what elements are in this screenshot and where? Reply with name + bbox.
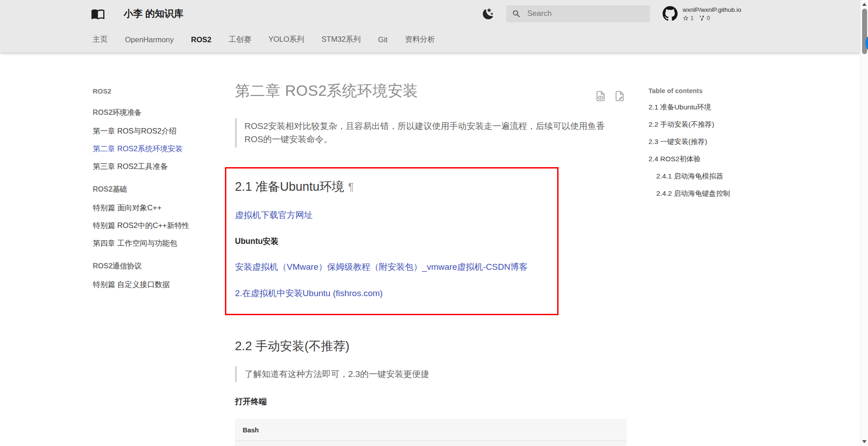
code-block-lang-label: Bash — [235, 419, 627, 441]
section-2-1-heading-text: 2.1 准备Ubuntu环境 — [235, 180, 344, 193]
link-vm-download[interactable]: 虚拟机下载官方网址 — [235, 209, 313, 221]
heading-anchor-pilcrow[interactable]: ¶ — [348, 181, 354, 193]
fork-count: 0 — [707, 15, 710, 21]
page-title: 第二章 ROS2系统环境安装 — [235, 81, 627, 101]
sidebar-group-title: ROS2环境准备 — [93, 108, 220, 118]
header: 小李 的知识库 wxnlP/wxnlP.github.io — [0, 0, 860, 53]
toc-item-2-3[interactable]: 2.3 一键安装(推荐) — [649, 137, 762, 147]
fork-icon — [699, 15, 705, 21]
intro-blockquote: ROS2安装相对比较复杂，且容易出错，所以建议使用手动安装走一遍流程，后续可以使… — [235, 118, 627, 148]
sidebar-group-env: ROS2环境准备 第一章 ROS与ROS2介绍 第二章 ROS2系统环境安装 第… — [93, 108, 220, 172]
sidebar-item-chapter2-active[interactable]: 第二章 ROS2系统环境安装 — [93, 144, 220, 154]
view-source-icon[interactable] — [594, 90, 607, 102]
sidebar-item-chapter1[interactable]: 第一章 ROS与ROS2介绍 — [93, 126, 220, 136]
link-fishros-ubuntu[interactable]: 2.在虚拟机中安装Ubuntu (fishros.com) — [235, 287, 383, 299]
tab-home[interactable]: 主页 — [93, 35, 108, 45]
section-2-2-blockquote: 了解知道有这种方法即可，2.3的一键安装更便捷 — [235, 366, 627, 382]
tab-yolo[interactable]: YOLO系列 — [269, 35, 304, 45]
repo-stars: 1 — [683, 15, 693, 21]
search-input[interactable] — [527, 9, 644, 18]
star-icon — [683, 15, 689, 21]
search-box[interactable] — [506, 5, 650, 22]
toc-item-2-4[interactable]: 2.4 ROS2初体验 — [649, 154, 762, 164]
repo-meta: wxnlP/wxnlP.github.io 1 0 — [683, 6, 741, 21]
sidebar-root-label: ROS2 — [93, 87, 220, 95]
red-annotation-box: 2.1 准备Ubuntu环境¶ 虚拟机下载官方网址 Ubuntu安装 安装虚拟机… — [225, 167, 559, 315]
doc-actions — [594, 90, 626, 102]
table-of-contents: Table of contents 2.1 准备Ubuntu环境 2.2 手动安… — [649, 87, 762, 206]
repo-stats: 1 0 — [683, 15, 741, 21]
sidebar-item-cpp-oop[interactable]: 特别篇 面向对象C++ — [93, 203, 220, 213]
ubuntu-install-bold-text: Ubuntu安装 — [235, 236, 548, 247]
sidebar-item-custom-interface[interactable]: 特别篇 自定义接口数据 — [93, 280, 220, 290]
open-terminal-bold-text: 打开终端 — [235, 396, 627, 407]
site-title: 小李 的知识库 — [124, 7, 184, 20]
header-top-row: 小李 的知识库 wxnlP/wxnlP.github.io — [0, 0, 860, 27]
code-block: Bash Ctrl+Alt+T #ubuntu系统中打开终端的快捷键 — [235, 419, 627, 446]
tab-ziliao[interactable]: 资料分析 — [405, 35, 435, 45]
toc-item-2-4-2[interactable]: 2.4.2 启动海龟键盘控制 — [649, 189, 762, 198]
code-block-body: Ctrl+Alt+T #ubuntu系统中打开终端的快捷键 — [235, 441, 627, 446]
github-icon — [663, 6, 678, 21]
tab-stm32[interactable]: STM32系列 — [322, 35, 361, 45]
toc-item-2-4-1[interactable]: 2.4.1 启动海龟模拟器 — [649, 172, 762, 181]
sidebar-item-chapter4[interactable]: 第四章 工作空间与功能包 — [93, 238, 220, 248]
sidebar-group-protocol: ROS2通信协议 特别篇 自定义接口数据 — [93, 262, 220, 290]
section-2-2-heading: 2.2 手动安装(不推荐) — [235, 338, 627, 354]
sidebar-item-chapter3[interactable]: 第三章 ROS2工具准备 — [93, 162, 220, 172]
sidebar-group-title: ROS2基础 — [93, 185, 220, 194]
main-content: 第二章 ROS2系统环境安装 ROS2安装相对比较复杂，且容易出错，所以建议使用… — [235, 81, 627, 446]
repo-name: wxnlP/wxnlP.github.io — [683, 6, 741, 14]
link-csdn-vmware-tutorial[interactable]: 安装虚拟机（VMware）保姆级教程（附安装包）_vmware虚拟机-CSDN博… — [235, 261, 528, 273]
site-logo-book-icon[interactable] — [91, 7, 105, 21]
tab-git[interactable]: Git — [378, 35, 388, 44]
scrollbar-down-arrow[interactable] — [862, 440, 867, 443]
nav-tabs: 主页 OpenHarmony ROS2 工创赛 YOLO系列 STM32系列 G… — [0, 27, 860, 52]
github-repo-link[interactable]: wxnlP/wxnlP.github.io 1 0 — [663, 6, 741, 21]
toc-title: Table of contents — [649, 87, 762, 94]
tab-ros2[interactable]: ROS2 — [191, 35, 211, 44]
scrollbar-up-arrow[interactable] — [862, 3, 867, 6]
section-2-1-heading: 2.1 准备Ubuntu环境¶ — [235, 178, 548, 195]
star-count: 1 — [690, 15, 693, 21]
page: 小李 的知识库 wxnlP/wxnlP.github.io — [0, 0, 868, 446]
sidebar-group-title: ROS2通信协议 — [93, 262, 220, 271]
sidebar-item-cpp-new[interactable]: 特别篇 ROS2中的C++新特性 — [93, 221, 220, 231]
toc-item-2-1[interactable]: 2.1 准备Ubuntu环境 — [649, 103, 762, 112]
tab-gongchuangsai[interactable]: 工创赛 — [229, 35, 251, 45]
sidebar-group-basics: ROS2基础 特别篇 面向对象C++ 特别篇 ROS2中的C++新特性 第四章 … — [93, 185, 220, 248]
toc-item-2-2[interactable]: 2.2 手动安装(不推荐) — [649, 120, 762, 129]
browser-scrollbar[interactable] — [860, 0, 868, 446]
sidebar-nav: ROS2 ROS2环境准备 第一章 ROS与ROS2介绍 第二章 ROS2系统环… — [93, 87, 220, 297]
dark-mode-toggle-moon-icon[interactable] — [482, 7, 495, 20]
tab-openharmony[interactable]: OpenHarmony — [125, 35, 174, 44]
repo-forks: 0 — [699, 15, 710, 21]
search-icon — [512, 9, 521, 19]
edit-page-icon[interactable] — [614, 90, 626, 102]
